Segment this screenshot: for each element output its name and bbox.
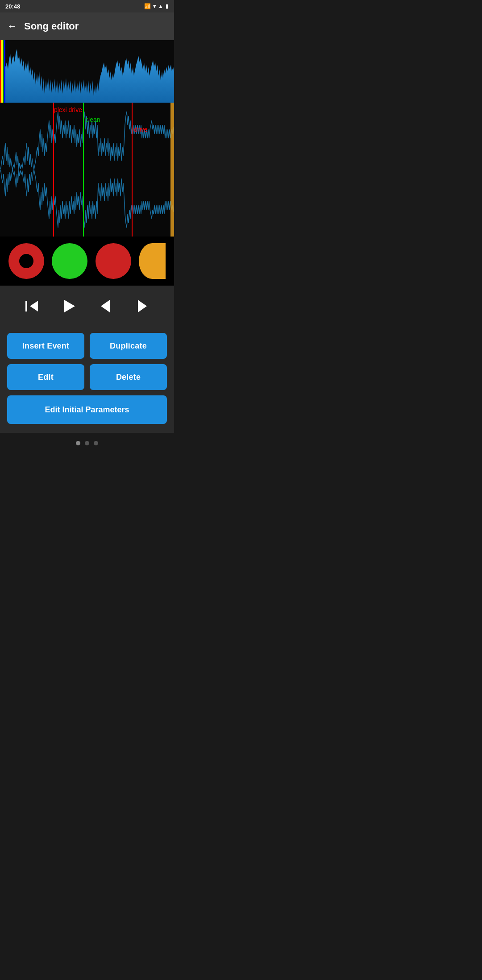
marker-clean: clean xyxy=(85,116,100,123)
edit-button[interactable]: Edit xyxy=(7,364,84,390)
skip-back-button[interactable] xyxy=(20,295,43,318)
marker-plexi-drive: plexi drive xyxy=(54,106,82,113)
bluetooth-icon: 📶 xyxy=(144,3,151,9)
svg-rect-9 xyxy=(25,301,27,311)
edit-initial-params-button[interactable]: Edit Initial Parameters xyxy=(7,395,167,424)
transport-controls xyxy=(0,286,174,333)
btn-row-3: Edit Initial Parameters xyxy=(7,395,167,424)
btn-row-2: Edit Delete xyxy=(7,364,167,390)
svg-rect-8 xyxy=(170,103,174,237)
action-buttons: Insert Event Duplicate Edit Delete Edit … xyxy=(0,333,174,433)
waveform-top-svg xyxy=(0,40,174,103)
play-button[interactable] xyxy=(57,295,80,318)
status-icons: 📶 ▾ ▲ ▮ xyxy=(144,3,169,9)
status-time: 20:48 xyxy=(5,3,20,10)
svg-marker-10 xyxy=(30,301,38,311)
page-indicator xyxy=(0,433,174,456)
back-button[interactable]: ← xyxy=(7,21,17,31)
prev-button[interactable] xyxy=(94,295,117,318)
page-title: Song editor xyxy=(24,21,79,32)
dot-4[interactable] xyxy=(139,243,166,279)
app-bar: ← Song editor xyxy=(0,12,174,40)
btn-row-1: Insert Event Duplicate xyxy=(7,333,167,359)
svg-rect-2 xyxy=(3,40,4,103)
duplicate-button[interactable]: Duplicate xyxy=(90,333,167,359)
play-icon xyxy=(61,298,77,314)
dot-3[interactable] xyxy=(96,243,131,279)
skip-back-icon xyxy=(24,298,40,314)
dot-1[interactable] xyxy=(8,243,44,279)
dot-2[interactable] xyxy=(52,243,87,279)
dot-1-inner xyxy=(19,254,33,268)
svg-marker-11 xyxy=(64,300,75,312)
next-button[interactable] xyxy=(131,295,154,318)
battery-icon: ▮ xyxy=(166,3,169,9)
svg-marker-12 xyxy=(101,300,110,312)
transport-row xyxy=(13,295,161,318)
svg-rect-1 xyxy=(1,40,3,103)
marker-drive: drive xyxy=(134,126,147,133)
wifi-icon: ▾ xyxy=(153,3,156,9)
insert-event-button[interactable]: Insert Event xyxy=(7,333,84,359)
waveform-top xyxy=(0,40,174,103)
next-icon xyxy=(134,298,150,314)
svg-rect-0 xyxy=(0,40,1,103)
page-dot-2 xyxy=(85,441,89,445)
svg-rect-3 xyxy=(4,40,5,103)
delete-button[interactable]: Delete xyxy=(90,364,167,390)
page-dot-3 xyxy=(94,441,98,445)
prev-icon xyxy=(97,298,113,314)
status-bar: 20:48 📶 ▾ ▲ ▮ xyxy=(0,0,174,12)
dots-row xyxy=(0,237,174,286)
signal-icon: ▲ xyxy=(158,3,163,9)
page-dot-1 xyxy=(76,441,80,445)
waveform-bottom: plexi drive clean drive xyxy=(0,103,174,237)
svg-marker-13 xyxy=(138,300,147,312)
